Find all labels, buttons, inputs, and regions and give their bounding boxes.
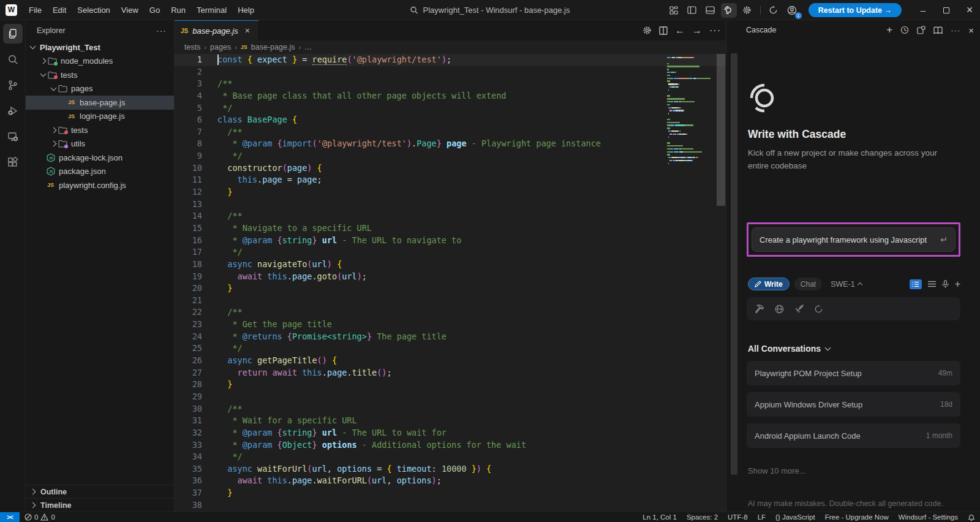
status-plan[interactable]: Free - Upgrade Now [820,513,894,521]
section-timeline[interactable]: Timeline [26,498,174,512]
run-debug-icon[interactable] [3,101,23,121]
menu-view[interactable]: View [116,0,144,20]
cascade-close-icon[interactable]: × [968,25,974,36]
write-mode-button[interactable]: Write [748,278,790,290]
tree-item-login-page-js[interactable]: JSlogin-page.js [26,110,174,124]
layout-grid-icon[interactable] [917,26,925,34]
line-content: const { expect } = require('@playwright/… [202,54,451,66]
explorer-icon[interactable] [3,24,23,44]
tree-item-playwright-test[interactable]: Playwright_Test [26,40,174,55]
close-button[interactable]: × [959,0,980,20]
chat-mode-button[interactable]: Chat [794,278,822,290]
tools-web-icon[interactable] [775,304,784,314]
tree-item-tests[interactable]: tests [26,123,174,137]
status-encoding[interactable]: UTF-8 [723,513,753,521]
split-editor-icon[interactable] [659,26,668,35]
menu-file[interactable]: File [23,0,47,20]
tree-item-utils[interactable]: utils [26,137,174,151]
cascade-scrollbar[interactable] [731,53,737,475]
tab-base-page[interactable]: JS base-page.js × [175,20,259,40]
account-icon[interactable]: 1 [784,3,800,18]
tools-hammer-icon[interactable] [755,304,764,314]
code-editor[interactable]: 1const { expect } = require('@playwright… [175,54,726,512]
menu-run[interactable]: Run [165,0,191,20]
cascade-more-icon[interactable]: ··· [951,26,960,35]
breadcrumb-item[interactable]: pages [210,43,231,51]
problems-indicator[interactable]: 0 0 [20,513,60,521]
minimize-button[interactable]: – [913,0,933,20]
tools-rocket-icon[interactable] [794,304,804,314]
queue-lines-icon[interactable] [928,281,936,287]
conversation-item[interactable]: Android Appium Launch Code1 month [747,423,960,448]
tree-item-playwright-config-js[interactable]: JSplaywright.config.js [26,178,174,192]
conversations-header[interactable]: All Conversations [748,344,830,354]
remote-explorer-icon[interactable] [3,127,23,146]
tree-item-tests[interactable]: tests [26,68,174,82]
editor-scrollbar[interactable] [716,54,726,512]
menu-edit[interactable]: Edit [47,0,72,20]
conversation-title: Playwright POM Project Setup [755,369,862,378]
folder-marker-dot [64,130,68,134]
history-icon[interactable] [900,26,909,34]
notifications-bell-icon[interactable] [963,513,980,521]
tree-item-package-lock-json[interactable]: JSpackage-lock.json [26,151,174,165]
tree-item-base-page-js[interactable]: JSbase-page.js [26,96,174,110]
tree-item-node-modules[interactable]: node_modules [26,55,174,69]
status-eol[interactable]: LF [753,513,771,521]
editor-actions: ← → ··· [643,20,721,40]
editor-settings-gear-icon[interactable] [643,26,652,35]
settings-gear-icon[interactable] [739,3,755,18]
conversation-item[interactable]: Appium Windows Driver Setup18d [747,392,960,417]
section-outline[interactable]: Outline [26,485,174,498]
menu-selection[interactable]: Selection [72,0,115,20]
title-search[interactable]: Playwright_Test - Windsurf - base-page.j… [410,6,570,15]
source-control-icon[interactable] [3,75,23,95]
code-line: 26 async getPageTitle() { [175,355,726,367]
microphone-icon[interactable] [942,280,949,289]
maximize-button[interactable] [936,0,957,20]
line-number: 37 [175,487,202,499]
tools-sync-icon[interactable] [814,304,823,314]
status-language[interactable]: {} JavaScript [771,513,820,521]
navigate-back-icon[interactable]: ← [675,25,685,36]
add-context-icon[interactable]: + [955,279,960,290]
task-list-icon[interactable] [910,279,922,289]
status-indentation[interactable]: Spaces: 2 [682,513,723,521]
cascade-prompt-input[interactable]: Create a playwright framework using Java… [752,227,956,252]
menu-terminal[interactable]: Terminal [191,0,232,20]
line-content: * @param {import('@playwright/test').Pag… [202,138,601,150]
navigate-forward-icon[interactable]: → [692,25,702,36]
minimap[interactable] [667,55,714,168]
toggle-sidebar-icon[interactable] [684,3,700,18]
status-cursor-position[interactable]: Ln 1, Col 1 [638,513,682,521]
code-line: 4 * Base page class that all other page … [175,90,726,102]
tree-item-package-json[interactable]: JSpackage.json [26,165,174,179]
menu-go[interactable]: Go [144,0,165,20]
code-line: 18 async navigateTo(url) { [175,259,726,271]
model-selector[interactable]: SWE-1 [831,280,862,289]
show-more-link[interactable]: Show 10 more... [748,466,806,475]
tab-close-icon[interactable]: × [245,26,250,36]
new-conversation-icon[interactable]: + [886,24,892,36]
breadcrumb-item[interactable]: base-page.js [251,43,295,51]
extensions-icon[interactable] [3,153,23,172]
cascade-toggle-icon[interactable] [721,3,737,18]
tree-item-pages[interactable]: pages [26,82,174,96]
remote-indicator[interactable]: >< [0,512,20,522]
tab-label: base-page.js [192,26,238,36]
breadcrumb-item[interactable]: … [304,43,312,51]
code-line: 7 /** [175,126,726,138]
customize-layout-icon[interactable] [666,3,682,18]
restart-to-update-button[interactable]: Restart to Update → [809,3,902,17]
toggle-panel-icon[interactable] [703,3,718,18]
explorer-more-actions-icon[interactable]: ··· [156,26,167,36]
status-settings[interactable]: Windsurf - Settings [894,513,963,521]
breadcrumb-item[interactable]: tests [184,43,200,51]
docs-book-icon[interactable] [933,26,943,34]
search-view-icon[interactable] [3,50,23,69]
menu-help[interactable]: Help [232,0,260,20]
editor-more-actions-icon[interactable]: ··· [709,25,721,36]
sync-icon[interactable] [766,3,782,18]
conversation-item[interactable]: Playwright POM Project Setup49m [747,361,960,385]
editor-scrollbar-thumb[interactable] [717,54,725,206]
